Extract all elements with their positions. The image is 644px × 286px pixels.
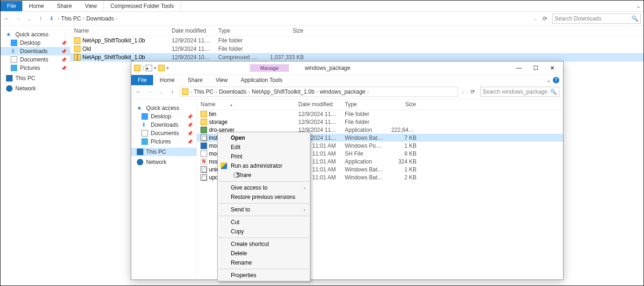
ctx-print[interactable]: Print (218, 152, 310, 161)
sidebar-network[interactable]: Network (131, 158, 196, 166)
win2-breadcrumb[interactable]: › This PC › Downloads › NetApp_ShiftTool… (180, 87, 458, 97)
sidebar-documents[interactable]: Documents📌 (0, 55, 70, 64)
col-name[interactable]: Name▲ (197, 99, 295, 109)
search-placeholder: Search windows_package (483, 89, 547, 95)
file-size: 222,648 KB (388, 126, 420, 134)
ribbon-share[interactable]: Share (50, 1, 78, 11)
ctx-cut[interactable]: Cut (218, 218, 310, 227)
sidebar-this-pc[interactable]: This PC (131, 148, 196, 156)
nav-up-icon[interactable]: ↑ (37, 15, 44, 22)
pictures-icon (141, 138, 148, 145)
file-type: SH File (341, 150, 388, 157)
file-type: File folder (341, 110, 388, 118)
win2-ribbon-file[interactable]: File (131, 75, 153, 85)
ribbon-file[interactable]: File (0, 1, 22, 11)
close-button[interactable]: ✕ (544, 63, 560, 73)
maximize-button[interactable]: ☐ (528, 63, 543, 73)
nav-forward-icon[interactable]: → (14, 15, 22, 22)
sidebar-downloads[interactable]: ⬇Downloads📌 (131, 121, 196, 129)
breadcrumb-dropdown-icon[interactable]: ⌄ (534, 16, 537, 21)
ctx-create-shortcut[interactable]: Create shortcut (218, 239, 310, 249)
win2-ribbon-view[interactable]: View (209, 75, 234, 85)
sidebar-desktop[interactable]: Desktop📌 (131, 112, 196, 121)
win2-ribbon-share[interactable]: Share (181, 75, 209, 85)
downloads-icon: ⬇ (49, 15, 56, 22)
sidebar-documents[interactable]: Documents📌 (131, 129, 196, 137)
ribbon-compressed-tools[interactable]: Compressed Folder Tools (103, 1, 181, 11)
ctx-separator (219, 238, 309, 238)
ctx-send-to[interactable]: Send to› (218, 205, 310, 214)
refresh-icon[interactable]: ⟳ (469, 89, 476, 95)
col-size[interactable]: Size (261, 26, 308, 36)
bc-win[interactable]: windows_package (320, 89, 365, 95)
col-date[interactable]: Date modified (168, 26, 215, 36)
sidebar-pictures[interactable]: Pictures📌 (131, 137, 196, 146)
qat-customize-icon[interactable]: ▾ (167, 66, 169, 70)
file-row-selected[interactable]: NetApp_ShiftToolkit_1.0b 12/9/2024 10:59… (70, 53, 644, 61)
col-date[interactable]: Date modified (295, 99, 341, 109)
sidebar-downloads[interactable]: ⬇Downloads📌 (0, 47, 70, 55)
ribbon-expand-icon[interactable]: ⌄ (636, 3, 641, 9)
ctx-restore[interactable]: Restore previous versions (218, 192, 310, 202)
ribbon-expand-icon[interactable]: ⌄ (546, 77, 551, 83)
col-size[interactable]: Size (388, 99, 420, 109)
file-row[interactable]: NetApp_ShiftToolkit_1.0b 12/9/2024 11:01… (70, 36, 644, 45)
folder-icon (74, 37, 80, 44)
sidebar-label: Desktop (20, 40, 40, 46)
search-input[interactable]: Search Downloads 🔍 (552, 14, 641, 24)
ctx-delete[interactable]: Delete (218, 249, 310, 258)
ctx-share[interactable]: Share (218, 170, 310, 180)
help-icon[interactable]: ? (553, 77, 559, 83)
sidebar-network[interactable]: Network (0, 84, 70, 93)
bc-downloads[interactable]: Downloads (86, 15, 114, 22)
minimize-button[interactable]: — (511, 63, 527, 73)
ctx-copy[interactable]: Copy (218, 227, 310, 236)
nav-back-icon[interactable]: ← (135, 89, 142, 95)
col-type[interactable]: Type (215, 26, 261, 36)
quick-access-toolbar: | ▪ ▾ ▾ (134, 65, 169, 71)
nav-up-icon[interactable]: ↑ (168, 89, 176, 95)
col-type[interactable]: Type (341, 99, 388, 109)
sidebar-quick-access[interactable]: ★Quick access (131, 104, 196, 112)
ctx-run-as-admin[interactable]: Run as administrator (218, 161, 310, 170)
pictures-icon (11, 65, 17, 71)
ribbon-view[interactable]: View (78, 1, 103, 11)
properties-icon[interactable]: ▪ (146, 65, 152, 71)
sidebar-this-pc[interactable]: This PC (0, 74, 70, 82)
file-row[interactable]: storage12/9/2024 11:05 AMFile folder (197, 118, 563, 126)
ctx-open[interactable]: Open (218, 133, 310, 143)
file-row[interactable]: Old 12/9/2024 11:00 AM File folder (70, 45, 644, 53)
sidebar-pictures[interactable]: Pictures📌 (0, 64, 70, 72)
nav-forward-icon[interactable]: → (146, 89, 154, 95)
win2-application-tools[interactable]: Application Tools (234, 75, 289, 85)
ribbon-home[interactable]: Home (22, 1, 50, 11)
chevron-right-icon: › (316, 89, 318, 95)
contextual-tab-label[interactable]: Manage (250, 64, 289, 72)
refresh-icon[interactable]: ⟳ (541, 15, 549, 22)
ctx-edit[interactable]: Edit (218, 143, 310, 152)
new-folder-icon[interactable] (158, 65, 165, 71)
qat-dropdown-icon[interactable]: ▾ (154, 66, 156, 70)
ctx-give-access[interactable]: Give access to› (218, 183, 310, 192)
nav-recent-icon[interactable]: ⌄ (157, 89, 165, 95)
bc-this-pc[interactable]: This PC (61, 15, 81, 22)
sidebar-label: Quick access (15, 31, 48, 38)
bc-pkg[interactable]: NetApp_ShiftToolkit_1.0b (252, 89, 315, 95)
nav-recent-icon[interactable]: ⌄ (26, 15, 33, 22)
pin-icon: 📌 (61, 66, 67, 71)
sidebar-desktop[interactable]: Desktop📌 (0, 39, 70, 47)
nav-back-icon[interactable]: ← (3, 15, 11, 22)
main-sidebar: ★Quick access Desktop📌 ⬇Downloads📌 Docum… (0, 26, 70, 286)
breadcrumb-dropdown-icon[interactable]: ⌄ (462, 89, 465, 94)
titlebar[interactable]: | ▪ ▾ ▾ Manage windows_package — ☐ ✕ (131, 61, 563, 75)
win2-ribbon-home[interactable]: Home (153, 75, 181, 85)
col-name[interactable]: Name (70, 26, 168, 36)
win2-search-input[interactable]: Search windows_package 🔍 (480, 87, 559, 97)
sidebar-quick-access[interactable]: ★Quick access (0, 30, 70, 39)
file-row[interactable]: bin12/9/2024 11:01 AMFile folder (197, 110, 563, 118)
ctx-rename[interactable]: Rename (218, 258, 310, 267)
ctx-properties[interactable]: Properties (218, 271, 310, 280)
bc-this-pc[interactable]: This PC (194, 89, 214, 95)
breadcrumb[interactable]: ⬇ › This PC › Downloads › (48, 14, 530, 23)
bc-downloads[interactable]: Downloads (219, 89, 246, 95)
